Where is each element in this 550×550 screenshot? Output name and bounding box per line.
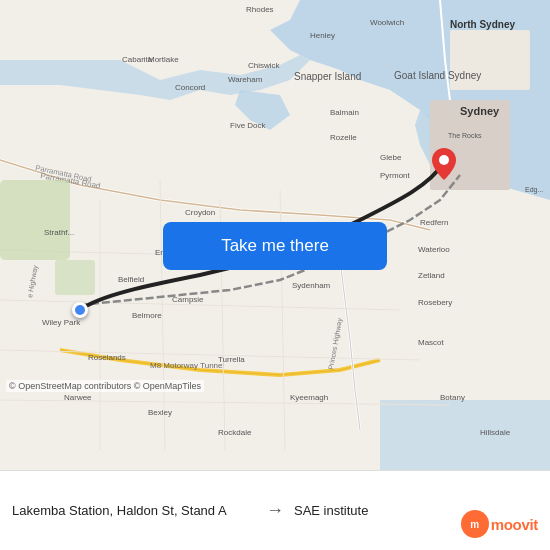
svg-text:Concord: Concord xyxy=(175,83,205,92)
svg-text:Henley: Henley xyxy=(310,31,335,40)
svg-text:Rosebery: Rosebery xyxy=(418,298,452,307)
route-arrow: → xyxy=(266,500,284,521)
svg-text:Sydenham: Sydenham xyxy=(292,281,331,290)
svg-text:Woolwich: Woolwich xyxy=(370,18,404,27)
svg-text:Mascot: Mascot xyxy=(418,338,445,347)
map-attribution: © OpenStreetMap contributors © OpenMapTi… xyxy=(6,380,204,392)
svg-text:Bexley: Bexley xyxy=(148,408,172,417)
svg-text:Turrella: Turrella xyxy=(218,355,245,364)
svg-text:Wiley Park: Wiley Park xyxy=(42,318,81,327)
svg-text:Pyrmont: Pyrmont xyxy=(380,171,411,180)
svg-rect-5 xyxy=(450,30,530,90)
svg-text:Rhodes: Rhodes xyxy=(246,5,274,14)
svg-point-49 xyxy=(439,155,449,165)
svg-text:The Rocks: The Rocks xyxy=(448,132,482,139)
svg-text:Cabarita: Cabarita xyxy=(122,55,153,64)
svg-text:Glebe: Glebe xyxy=(380,153,402,162)
svg-text:Roselands: Roselands xyxy=(88,353,126,362)
svg-text:Balmain: Balmain xyxy=(330,108,359,117)
svg-text:Belmore: Belmore xyxy=(132,311,162,320)
route-from: Lakemba Station, Haldon St, Stand A xyxy=(12,503,256,518)
svg-text:Five Dock: Five Dock xyxy=(230,121,267,130)
svg-text:Sydney: Sydney xyxy=(460,105,500,117)
svg-text:Campsie: Campsie xyxy=(172,295,204,304)
svg-text:Kyeemagh: Kyeemagh xyxy=(290,393,328,402)
svg-text:Rozelle: Rozelle xyxy=(330,133,357,142)
bottom-bar: Lakemba Station, Haldon St, Stand A → SA… xyxy=(0,470,550,550)
moovit-icon: m xyxy=(461,510,489,538)
svg-text:Redfern: Redfern xyxy=(420,218,448,227)
svg-text:Belfield: Belfield xyxy=(118,275,144,284)
take-me-there-button[interactable]: Take me there xyxy=(163,222,387,270)
svg-text:Botany: Botany xyxy=(440,393,465,402)
svg-rect-3 xyxy=(0,180,70,260)
svg-text:Edg...: Edg... xyxy=(525,186,543,194)
svg-rect-4 xyxy=(55,260,95,295)
svg-text:Mortlake: Mortlake xyxy=(148,55,179,64)
svg-text:North Sydney: North Sydney xyxy=(450,19,515,30)
svg-text:Hillsdale: Hillsdale xyxy=(480,428,511,437)
destination-marker xyxy=(432,148,456,180)
svg-text:Waterloo: Waterloo xyxy=(418,245,450,254)
svg-text:Zetland: Zetland xyxy=(418,271,445,280)
svg-text:Wareham: Wareham xyxy=(228,75,263,84)
svg-text:Croydon: Croydon xyxy=(185,208,215,217)
svg-text:Rockdale: Rockdale xyxy=(218,428,252,437)
moovit-logo: m moovit xyxy=(461,510,538,538)
svg-text:Narwee: Narwee xyxy=(64,393,92,402)
svg-text:Strathf...: Strathf... xyxy=(44,228,74,237)
map-container: Parramatta Road M8 Motorway Tunnel xyxy=(0,0,550,470)
moovit-text: moovit xyxy=(491,516,538,533)
origin-marker xyxy=(72,302,88,318)
svg-text:Chiswick: Chiswick xyxy=(248,61,281,70)
svg-text:M8 Motorway Tunnel: M8 Motorway Tunnel xyxy=(150,361,224,370)
